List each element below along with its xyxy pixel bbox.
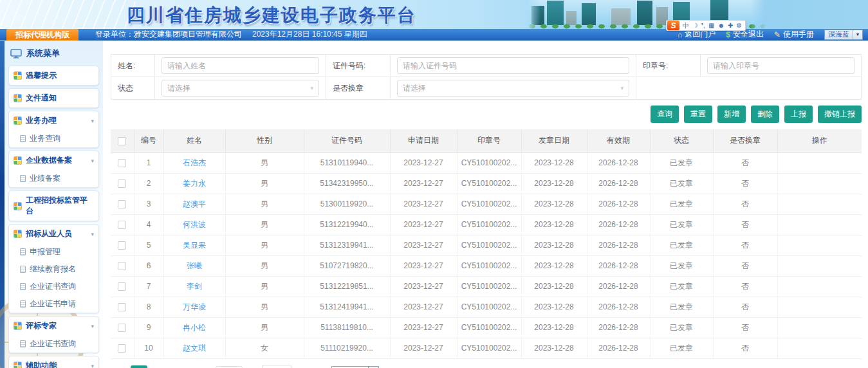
delete-button[interactable]: 删除 [751,106,779,123]
ime-keyboard-icon[interactable]: ▦ [708,21,714,30]
gender-cell: 男 [225,173,304,194]
name-cell: 万华凌 [163,297,225,317]
sidebar-subitem-label: 继续教育报名 [30,264,76,275]
valid_date-cell: 2026-12-28 [587,152,650,173]
op-cell [777,338,862,358]
report-button[interactable]: 上报 [784,106,813,123]
person-name-link[interactable]: 李剑 [187,282,202,291]
add-button[interactable]: 新增 [717,106,746,123]
issue_date-cell: 2023-12-28 [521,276,587,297]
seal_no-cell: CY510100202... [457,338,521,358]
sidebar-item[interactable]: 温馨提示 [9,66,98,85]
sidebar-item[interactable]: 辅助功能▾ [9,356,98,368]
id_number-cell: 51312219940... [304,214,390,235]
ime-punctuation-icon[interactable]: ❜, [701,21,705,30]
sidebar-item[interactable]: 工程招投标监管平台 [9,191,98,221]
monitor-icon [10,49,22,59]
row-checkbox[interactable] [118,159,126,167]
idno-input[interactable] [397,57,629,74]
table-row: 10赵文琪女51110219920...2023-12-27CY51010020… [111,338,862,358]
row-checkbox[interactable] [118,200,126,208]
sidebar-subitem[interactable]: 企业证书申请 [9,295,98,313]
page-number[interactable]: 2 [153,365,170,368]
sidebar-subitem[interactable]: 业务查询 [9,130,98,147]
sidebar-subitem[interactable]: 继续教育报名 [9,261,98,278]
person-name-link[interactable]: 冉小松 [183,323,206,332]
change-cell: 否 [713,317,777,338]
person-name-link[interactable]: 赵澳平 [183,199,206,208]
ime-skin-icon[interactable]: ✚ [728,21,733,30]
filter-empty-cell [636,77,862,100]
valid_date-cell: 2026-12-28 [587,276,650,297]
ime-user-icon[interactable]: ☻ [717,21,725,30]
sidebar-subitem[interactable]: 企业证书查询 [9,335,98,353]
row-checkbox[interactable] [118,344,126,353]
person-name-link[interactable]: 吴显果 [183,241,206,250]
person-name-link[interactable]: 姜力永 [183,179,206,188]
name-cell: 张曦 [163,255,225,276]
row-checkbox[interactable] [118,324,126,332]
user-manual-link[interactable]: ✎ 使用手册 [774,29,814,40]
person-name-link[interactable]: 张曦 [187,261,202,270]
ime-logo-icon[interactable]: S [667,21,679,30]
ime-tools-icon[interactable]: ⚙ [736,21,742,30]
valid_date-cell: 2026-12-28 [587,214,650,235]
sealno-input[interactable] [707,57,854,74]
sidebar-item-label: 招标从业人员 [26,228,72,239]
theme-select[interactable]: 深海蓝 ▼ [824,30,863,40]
sidebar-item[interactable]: 评标专家▾ [9,317,98,335]
table-row: 2姜力永男51342319950...2023-12-27CY510100202… [111,173,862,194]
reset-button[interactable]: 重置 [684,106,712,123]
row-checkbox[interactable] [118,221,126,229]
seal_no-cell: CY510100202... [457,214,521,235]
op-cell [777,214,862,235]
select-all-checkbox[interactable] [118,137,126,145]
name-cell: 何洪波 [163,214,225,235]
cancel-report-button[interactable]: 撤销上报 [818,106,862,123]
row-select-cell [111,338,134,358]
person-name-link[interactable]: 何洪波 [183,220,206,229]
sidebar-subitem[interactable]: 业绩备案 [9,170,98,187]
name-input[interactable] [162,57,319,74]
select-all-cell [111,129,134,152]
id_number-cell: 51342319950... [304,173,390,194]
name-cell: 赵文琪 [163,338,225,358]
row-checkbox[interactable] [118,262,126,270]
sidebar-card: 温馨提示 [8,66,99,86]
person-name-link[interactable]: 赵文琪 [183,344,206,353]
gender-cell: 男 [225,235,304,255]
change-cell: 否 [713,235,777,255]
page-number[interactable]: 1 [131,365,147,368]
query-button[interactable]: 查询 [651,106,679,123]
status-select[interactable]: 请选择 ▾ [162,80,319,97]
person-name-link[interactable]: 万华凌 [183,302,206,311]
ime-lang-icon[interactable]: 中 [683,21,689,30]
sidebar: 系统菜单 温馨提示文件通知业务办理▾业务查询企业数据备案▾业绩备案工程招投标监管… [0,41,103,368]
row-checkbox[interactable] [118,282,126,291]
sidebar-item[interactable]: 招标从业人员▾ [9,225,98,243]
sidebar-menu-list: 温馨提示文件通知业务办理▾业务查询企业数据备案▾业绩备案工程招投标监管平台招标从… [0,66,103,368]
edition-tab[interactable]: 招标代理机构版 [6,29,78,41]
person-name-link[interactable]: 石浩杰 [183,158,206,167]
row-checkbox[interactable] [118,241,126,250]
column-header: 编号 [134,129,163,152]
ime-halfmoon-icon[interactable]: ☽ [692,21,698,30]
issue_date-cell: 2023-12-28 [521,194,587,214]
sidebar-item[interactable]: 企业数据备案▾ [9,151,98,170]
menu-grid-icon [14,202,22,210]
confirm-button[interactable]: 确定 [262,365,291,368]
sidebar-subitem[interactable]: 企业证书查询 [9,278,98,295]
goto-page-input[interactable] [216,366,243,368]
issue_date-cell: 2023-12-28 [521,235,587,255]
sidebar-item[interactable]: 文件通知 [9,89,98,107]
sidebar-item[interactable]: 业务办理▾ [9,111,98,130]
issue_date-cell: 2023-12-28 [521,338,587,358]
row-checkbox[interactable] [118,303,126,311]
row-checkbox[interactable] [118,179,126,188]
login-unit-text: 登录单位：雅安交建集团项目管理有限公司 [95,29,242,40]
no-cell: 10 [134,338,163,358]
seal_no-cell: CY510100202... [457,255,521,276]
change-seal-select[interactable]: 请选择 ▾ [397,80,629,97]
sidebar-subitem[interactable]: 申报管理 [9,243,98,261]
op-cell [777,194,862,214]
